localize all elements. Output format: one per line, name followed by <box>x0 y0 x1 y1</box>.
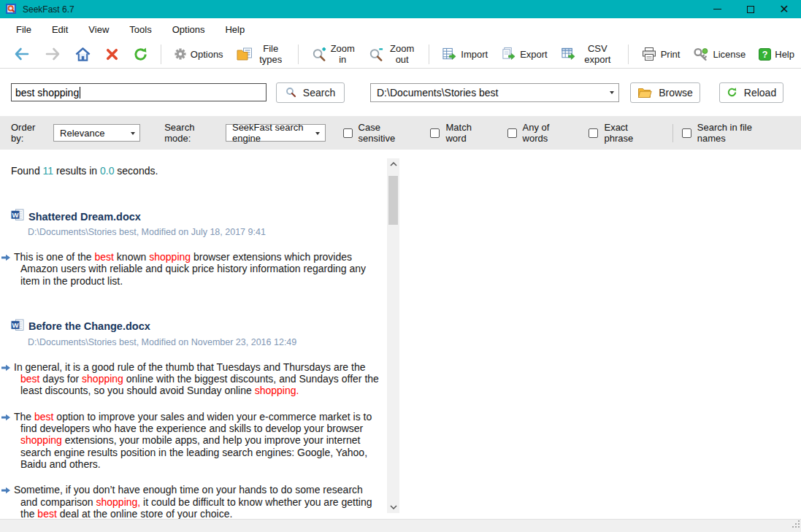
search-button[interactable]: Search <box>276 82 345 103</box>
license-button[interactable]: License <box>686 44 752 64</box>
filter-separator <box>672 124 673 142</box>
minimize-button[interactable] <box>700 0 734 18</box>
checkbox-match-word[interactable]: Match word <box>430 122 485 144</box>
zoomin-icon <box>311 47 327 62</box>
menu-file[interactable]: File <box>6 20 42 39</box>
menu-options[interactable]: Options <box>162 20 215 39</box>
main-area: Found 11 results in 0.0 seconds. WShatte… <box>0 150 801 519</box>
gear-icon <box>174 47 187 61</box>
import-icon <box>442 47 457 61</box>
results-scrollbar[interactable] <box>387 158 399 513</box>
browse-button[interactable]: Browse <box>630 82 700 103</box>
checkbox-search-in-file-names[interactable]: Search in file names <box>682 122 768 144</box>
stop-button[interactable] <box>98 44 126 65</box>
snippet-text: The <box>14 411 34 423</box>
search-mode-label: Search mode: <box>164 122 217 144</box>
snippet-text: extensions, your mobile apps, and help y… <box>20 434 367 470</box>
highlighted-term: best <box>34 411 53 423</box>
checkbox-label: Case sensitive <box>359 122 409 144</box>
app-window: SeekFast 6.7 ✕ FileEditViewToolsOptionsH… <box>0 0 801 532</box>
menu-view[interactable]: View <box>78 20 119 39</box>
toolbar-separator <box>298 45 299 64</box>
browse-button-label: Browse <box>659 87 693 99</box>
print-button[interactable]: Print <box>635 44 687 64</box>
menubar: FileEditViewToolsOptionsHelp <box>0 18 801 40</box>
results-list: WShattered Dream.docxD:\Documents\Storie… <box>11 209 383 519</box>
results-summary: Found 11 results in 0.0 seconds. <box>11 165 383 177</box>
checkbox-label: Match word <box>445 122 485 144</box>
result-title-row[interactable]: WBefore the Change.docx <box>11 319 383 334</box>
search-mode-value: SeekFast search engine <box>232 122 309 144</box>
print-button-label: Print <box>661 49 681 60</box>
reload-icon <box>727 87 737 98</box>
maximize-button[interactable] <box>734 0 767 18</box>
license-icon <box>693 47 709 61</box>
text-caret <box>80 87 80 99</box>
preview-pane <box>404 150 801 519</box>
checkbox-label: Search in file names <box>697 122 768 144</box>
search-time: 0.0 <box>100 165 114 177</box>
filter-checkboxes: Case sensitiveMatch wordAny of wordsExac… <box>343 122 790 144</box>
close-button[interactable]: ✕ <box>767 0 801 18</box>
word-doc-icon: W <box>11 319 24 334</box>
resize-grip[interactable] <box>792 518 800 531</box>
svg-text:?: ? <box>762 50 768 60</box>
import-button[interactable]: Import <box>435 44 494 64</box>
csv-icon <box>561 47 576 61</box>
highlighted-term: best <box>37 508 56 519</box>
search-mode-dropdown[interactable]: SeekFast search engine <box>226 124 326 142</box>
zoom-out-button[interactable]: Zoom out <box>361 40 424 68</box>
export-button[interactable]: Export <box>494 44 554 64</box>
scroll-down-icon[interactable] <box>387 501 399 513</box>
print-icon <box>641 47 657 61</box>
maximize-icon <box>747 6 754 13</box>
menu-tools[interactable]: Tools <box>119 20 161 39</box>
chevron-down-icon[interactable] <box>126 125 139 141</box>
checkbox-exact-phrase[interactable]: Exact phrase <box>589 122 649 144</box>
forward-button[interactable] <box>37 43 68 65</box>
file-types-button[interactable]: File types <box>230 40 292 68</box>
path-value: D:\Documents\Stories best <box>377 87 499 99</box>
refresh-icon <box>133 47 148 62</box>
back-button[interactable] <box>7 43 37 65</box>
result-count: 11 <box>43 165 54 177</box>
file-types-button-label: File types <box>256 43 285 65</box>
help-button[interactable]: ?Help <box>752 45 801 63</box>
search-query-text: best shopping <box>15 87 79 99</box>
help-button-label: Help <box>775 49 794 60</box>
checkbox-icon <box>507 128 517 138</box>
checkbox-any-of-words[interactable]: Any of words <box>507 122 567 144</box>
status-bar <box>0 519 801 532</box>
snippet-text: deal at the online store of your choice. <box>57 508 232 519</box>
result-snippet: This is one of the best known shopping b… <box>11 251 380 287</box>
result-file-title[interactable]: Before the Change.docx <box>28 320 150 332</box>
refresh-button[interactable] <box>126 44 155 65</box>
scroll-up-icon[interactable] <box>387 158 399 170</box>
snippet-text: option to improve your sales and widen y… <box>20 411 372 434</box>
options-button[interactable]: Options <box>167 45 230 63</box>
home-button[interactable] <box>68 43 98 65</box>
checkbox-case-sensitive[interactable]: Case sensitive <box>343 122 409 144</box>
path-dropdown[interactable]: D:\Documents\Stories best <box>370 83 619 102</box>
filter-bar: Order by: Relevance Search mode: SeekFas… <box>0 116 801 150</box>
result-file-meta: D:\Documents\Stories best, Modified on J… <box>28 227 383 237</box>
chevron-down-icon[interactable] <box>311 125 325 141</box>
checkbox-icon <box>589 128 598 138</box>
results-content: Found 11 results in 0.0 seconds. WShatte… <box>0 165 383 519</box>
csv-export-button[interactable]: CSV export <box>554 40 622 68</box>
search-row: best shopping Search D:\Documents\Storie… <box>0 69 801 116</box>
menu-help[interactable]: Help <box>215 20 255 39</box>
reload-button[interactable]: Reload <box>719 82 783 103</box>
search-input[interactable]: best shopping <box>11 83 267 101</box>
export-icon <box>501 47 516 61</box>
menu-edit[interactable]: Edit <box>42 20 78 39</box>
checkbox-icon <box>430 128 440 138</box>
result-title-row[interactable]: WShattered Dream.docx <box>11 209 383 224</box>
chevron-down-icon[interactable] <box>605 84 618 101</box>
result-file-title[interactable]: Shattered Dream.docx <box>28 211 141 223</box>
checkbox-icon <box>343 128 353 138</box>
scrollbar-thumb[interactable] <box>388 176 398 225</box>
order-by-dropdown[interactable]: Relevance <box>53 124 140 142</box>
zoom-in-button[interactable]: Zoom in <box>304 40 361 68</box>
snippet-text: days for <box>39 373 82 385</box>
